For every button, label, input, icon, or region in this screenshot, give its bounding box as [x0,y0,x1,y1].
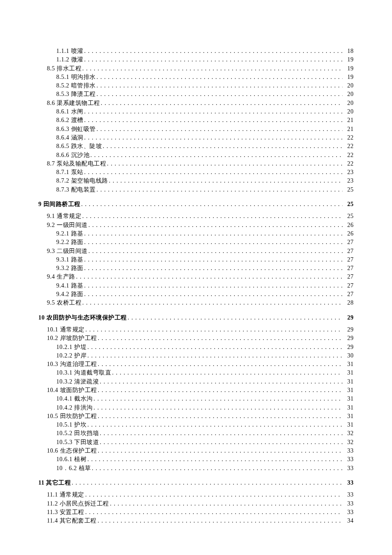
toc-entry-number: 9.3 [47,247,55,256]
toc-entry-number: 10.2.2 [56,352,72,360]
toc-entry: 8.6.1水闸20 [38,108,354,116]
toc-leader-dots [84,47,343,55]
toc-entry-number: 9.2 [47,221,55,230]
toc-entry-page: 33 [343,508,354,517]
toc-entry-page: 22 [343,151,354,160]
toc-entry: 10.5田坎防护工程31 [38,412,354,421]
toc-entry-title: 田坎防护工程 [60,412,97,421]
toc-leader-dots [82,299,343,307]
toc-entry-title: 架空输电线路 [71,177,108,185]
toc-entry-title: 排水工程 [57,64,81,73]
toc-entry-page: 27 [343,282,354,290]
toc-entry-title: 小居民点拆迁工程 [60,500,109,508]
toc-entry-title: 渠系建筑物工程 [57,99,100,108]
toc-entry-page: 22 [343,160,354,168]
toc-entry-number: 10 [38,314,45,322]
toc-entry-number: 10.5 [47,412,58,421]
toc-entry-title: 通常规定 [60,491,84,499]
toc-entry: 10.2.2护岸30 [38,352,354,360]
toc-entry-number: 11.3 [47,508,58,517]
toc-entry: 9.3二级田间道27 [38,247,354,256]
toc-entry-page: 23 [343,177,354,185]
toc-entry-number: 8.6.3 [56,125,69,134]
toc-entry-title: 涵洞 [71,134,84,142]
toc-entry: 11.2小居民点拆迁工程33 [38,500,354,508]
toc-entry: 9.3.1路基27 [38,256,354,264]
toc-entry-page: 31 [343,421,354,429]
toc-entry-page: 30 [343,352,354,360]
toc-entry-number: 10.5.3 [56,438,72,447]
toc-entry: 8.7.3配电装置25 [38,186,354,194]
toc-leader-dots [103,142,343,151]
toc-entry-number: 10.2.1 [56,343,72,352]
toc-entry-title: 通常规定 [57,212,81,221]
toc-entry-page: 33 [343,455,354,464]
toc-leader-dots [72,479,343,487]
toc-entry-page: 26 [343,221,354,230]
toc-entry-title: 路面 [71,238,84,247]
toc-entry-title: 一级田间道 [57,221,88,230]
toc-entry-number: 1.1.2 [56,55,69,64]
toc-entry-title: 截水沟 [74,395,93,403]
toc-entry-page: 23 [343,168,354,177]
toc-leader-dots [97,73,343,81]
toc-leader-dots [110,500,343,508]
toc-entry: 10.2.1护堤29 [38,343,354,352]
toc-entry-title: 清淤疏浚 [74,378,99,386]
toc-leader-dots [84,282,343,290]
toc-entry-page: 19 [343,73,354,81]
toc-entry: 8.6渠系建筑物工程20 [38,99,354,108]
toc-entry-page: 33 [343,464,354,473]
toc-entry-number: 8.7.2 [56,177,69,185]
toc-entry: 10.4坡面防护工程31 [38,386,354,395]
toc-entry-title: 农田防护与生态环境保护工程 [46,314,127,322]
toc-leader-dots [128,314,343,322]
toc-entry-title: 明沟排水 [71,73,96,81]
toc-entry-page: 27 [343,273,354,281]
toc-entry: 8.5.3降渍工程20 [38,90,354,99]
toc-entry-page: 21 [343,125,354,134]
toc-entry-page: 32 [343,429,354,438]
toc-entry-title: 护堤 [74,343,86,352]
toc-entry: 10．6.2植草33 [38,464,354,473]
toc-entry: 9.4.1路基27 [38,282,354,290]
toc-entry-page: 20 [343,108,354,116]
toc-entry-page: 27 [343,247,354,256]
toc-entry-title: 下田坡道 [74,438,99,447]
toc-leader-dots [97,81,343,90]
toc-entry-number: 10.6 [47,447,58,455]
toc-entry-title: 暗管排水 [71,81,96,90]
toc-entry: 9.2.1路基26 [38,230,354,238]
toc-leader-dots [100,438,343,447]
toc-entry-page: 31 [343,386,354,395]
toc-entry: 11其它工程33 [38,479,354,487]
toc-entry-number: 11.4 [47,517,58,525]
toc-entry: 9.4.2路面27 [38,290,354,299]
toc-entry-number: 8.6.6 [56,151,69,160]
toc-entry-title: 其它工程 [46,479,71,487]
toc-entry-page: 22 [343,142,354,151]
toc-entry-page: 20 [343,90,354,99]
toc-entry-page: 19 [343,64,354,73]
toc-entry: 9.1通常规定25 [38,212,354,221]
toc-entry: 1.1.1喷灌18 [38,47,354,55]
toc-entry-number: 10.6.1 [56,455,72,464]
toc-entry-title: 农桥工程 [57,299,81,307]
toc-leader-dots [89,247,343,256]
toc-entry: 1.1.2微灌19 [38,55,354,64]
toc-entry: 9田间路桥工程25 [38,200,354,209]
toc-entry: 10.3.2清淤疏浚31 [38,378,354,386]
toc-entry-title: 岸坡防护工程 [60,334,97,343]
toc-entry-number: 9.2.2 [56,238,69,247]
toc-leader-dots [97,186,343,194]
toc-entry-number: 9.4.2 [56,290,69,299]
toc-entry-page: 25 [343,200,354,209]
toc-entry: 10农田防护与生态环境保护工程29 [38,314,354,322]
toc-entry-title: 路基 [71,230,84,238]
toc-entry-title: 路面 [71,264,84,273]
toc-entry-page: 32 [343,438,354,447]
toc-entry: 10.1通常规定29 [38,325,354,334]
toc-entry-title: 田坎挡墙 [74,429,99,438]
toc-entry-title: 配电装置 [71,186,96,194]
toc-leader-dots [97,90,343,99]
